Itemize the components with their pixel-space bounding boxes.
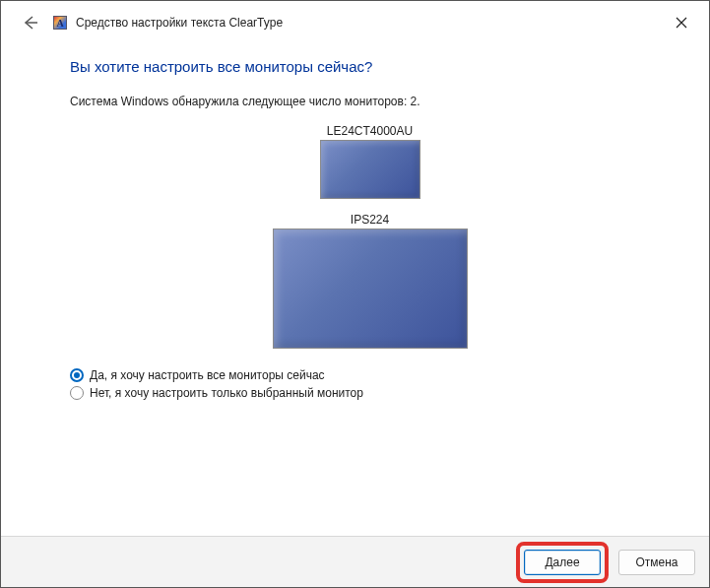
next-button[interactable]: Далее (524, 550, 601, 575)
close-icon[interactable] (668, 11, 695, 34)
radio-label-all: Да, я хочу настроить все мониторы сейчас (90, 368, 325, 382)
radio-tune-selected[interactable]: Нет, я хочу настроить только выбранный м… (70, 386, 670, 400)
page-heading: Вы хотите настроить все мониторы сейчас? (70, 58, 670, 75)
page-subtext: Система Windows обнаружила следующее чис… (70, 95, 670, 108)
window-title: Средство настройки текста ClearType (76, 16, 283, 30)
monitor-2-block: IPS224 (70, 213, 670, 349)
monitor-1-label: LE24CT4000AU (70, 124, 670, 138)
cleartype-wizard-window: A Средство настройки текста ClearType Вы… (0, 0, 710, 588)
monitor-1-block: LE24CT4000AU (70, 124, 670, 199)
radio-group: Да, я хочу настроить все мониторы сейчас… (70, 368, 670, 400)
app-icon: A (52, 15, 68, 31)
monitor-2-preview[interactable] (273, 229, 468, 349)
radio-indicator-checked (70, 368, 84, 382)
radio-indicator-unchecked (70, 386, 84, 400)
monitor-1-preview[interactable] (320, 140, 420, 199)
cancel-button[interactable]: Отмена (618, 550, 695, 575)
back-button[interactable] (19, 11, 42, 34)
footer: Далее Отмена (1, 536, 709, 587)
content-area: Вы хотите настроить все мониторы сейчас?… (1, 44, 709, 536)
next-button-highlight: Далее (516, 542, 609, 583)
radio-label-selected: Нет, я хочу настроить только выбранный м… (90, 386, 363, 400)
titlebar: A Средство настройки текста ClearType (1, 1, 709, 44)
monitor-2-label: IPS224 (70, 213, 670, 227)
radio-tune-all[interactable]: Да, я хочу настроить все мониторы сейчас (70, 368, 670, 382)
